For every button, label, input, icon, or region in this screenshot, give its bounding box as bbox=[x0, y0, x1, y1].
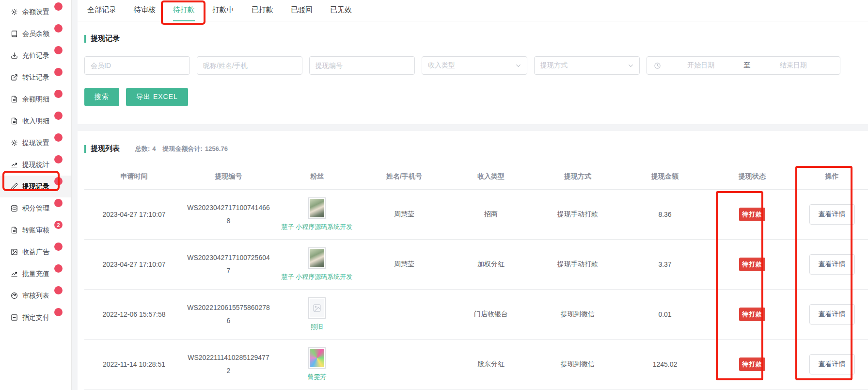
list-summary: 总数:4提现金额合计:1256.76 bbox=[135, 145, 235, 153]
view-details-button[interactable]: 查看详情 bbox=[809, 354, 855, 374]
fan-name-link[interactable]: 慧子 小程序源码系统开发 bbox=[282, 273, 353, 281]
total-count: 4 bbox=[152, 145, 156, 152]
fan-name-link[interactable]: 慧子 小程序源码系统开发 bbox=[282, 223, 353, 231]
name-phone-cell: 周慧莹 bbox=[361, 189, 448, 239]
sidebar-item-income-detail[interactable]: 收入明细 bbox=[0, 110, 71, 132]
sidebar-item-balance-settings[interactable]: 余额设置 bbox=[0, 1, 71, 23]
document-icon bbox=[10, 227, 18, 234]
table-row: 2022-12-06 15:57:58 WS202212061557586027… bbox=[84, 289, 868, 339]
fan-avatar[interactable] bbox=[308, 247, 326, 269]
withdraw-no-cell: WS20221206155758602786 bbox=[184, 289, 273, 339]
member-id-input[interactable] bbox=[84, 56, 190, 75]
sidebar-item-transfer-review[interactable]: 转账审核 2 bbox=[0, 219, 71, 241]
sidebar-item-balance-detail[interactable]: 余额明细 bbox=[0, 88, 71, 110]
sidebar-item-designated-payment[interactable]: 指定支付 bbox=[0, 307, 71, 328]
table-header-row: 申请时间 提现编号 粉丝 姓名/手机号 收入类型 提现方式 提现金额 提现状态 … bbox=[84, 164, 868, 189]
search-button[interactable]: 搜索 bbox=[84, 88, 119, 106]
list-header: 提现列表 总数:4提现金额合计:1256.76 bbox=[84, 144, 868, 153]
column-header-fan: 粉丝 bbox=[273, 164, 361, 189]
fan-name-link[interactable]: 照旧 bbox=[311, 323, 323, 331]
sidebar-item-points-management[interactable]: 积分管理 bbox=[0, 197, 71, 219]
tab-label: 已无效 bbox=[330, 5, 352, 14]
sidebar-item-batch-recharge[interactable]: 批量充值 bbox=[0, 263, 71, 285]
status-cell: 待打款 bbox=[709, 189, 796, 239]
income-type-select[interactable]: 收入类型 bbox=[422, 56, 527, 75]
chart-icon bbox=[10, 270, 18, 278]
sidebar-item-withdraw-settings[interactable]: 提现设置 bbox=[0, 132, 71, 154]
end-date-placeholder[interactable]: 结束日期 bbox=[754, 61, 834, 70]
search-panel: 提现记录 收入类型 提现方式 开始日期 至 结束日期 搜索 导出 EXCEL bbox=[78, 21, 868, 124]
sidebar-item-withdraw-stats[interactable]: 提现统计 bbox=[0, 154, 71, 176]
notification-badge bbox=[54, 46, 63, 54]
clock-icon bbox=[654, 62, 661, 69]
start-date-placeholder[interactable]: 开始日期 bbox=[661, 61, 741, 70]
sidebar-item-label: 提现记录 bbox=[22, 182, 49, 191]
tab-invalid[interactable]: 已无效 bbox=[328, 0, 354, 21]
sidebar-item-label: 提现设置 bbox=[22, 139, 49, 147]
tab-pending-payment[interactable]: 待打款 bbox=[171, 0, 197, 21]
dashboard-icon bbox=[10, 292, 18, 300]
withdraw-method-cell: 提现到微信 bbox=[534, 289, 621, 339]
view-details-button[interactable]: 查看详情 bbox=[809, 204, 855, 225]
notification-badge bbox=[54, 2, 63, 11]
notification-badge bbox=[54, 133, 63, 142]
amount-label: 提现金额合计: bbox=[163, 145, 203, 152]
fan-avatar[interactable] bbox=[308, 347, 326, 369]
tab-paying[interactable]: 打款中 bbox=[210, 0, 236, 21]
minus-square-icon bbox=[10, 314, 18, 322]
filter-row: 收入类型 提现方式 开始日期 至 结束日期 bbox=[84, 56, 856, 75]
nickname-name-phone-input[interactable] bbox=[197, 56, 302, 75]
status-cell: 待打款 bbox=[709, 289, 796, 339]
table-row: 2022-11-14 10:28:51 WS202211141028512947… bbox=[84, 339, 868, 389]
sidebar-item-label: 提现统计 bbox=[22, 161, 49, 169]
column-header-income-type: 收入类型 bbox=[448, 164, 534, 189]
external-link-icon bbox=[10, 74, 18, 81]
fan-avatar[interactable] bbox=[308, 297, 326, 319]
amount-cell: 1245.02 bbox=[621, 339, 709, 389]
sidebar-item-review-list[interactable]: 审核列表 bbox=[0, 285, 71, 307]
sidebar-item-label: 批量充值 bbox=[22, 270, 49, 278]
notification-badge bbox=[54, 243, 63, 251]
action-cell: 查看详情 bbox=[796, 239, 868, 289]
withdraw-method-cell: 提现手动打款 bbox=[534, 189, 621, 239]
sidebar-item-label: 收入明细 bbox=[22, 117, 49, 126]
fan-avatar[interactable] bbox=[308, 197, 326, 219]
tab-pending-review[interactable]: 待审核 bbox=[132, 0, 158, 21]
sidebar-item-label: 审核列表 bbox=[22, 292, 49, 300]
date-range-separator: 至 bbox=[741, 61, 754, 70]
sidebar-item-recharge-records[interactable]: 充值记录 bbox=[0, 45, 71, 66]
action-cell: 查看详情 bbox=[796, 189, 868, 239]
sidebar-item-revenue-ads[interactable]: 收益广告 bbox=[0, 241, 71, 263]
fan-cell: 曾雯芳 bbox=[273, 339, 361, 389]
export-excel-button[interactable]: 导出 EXCEL bbox=[126, 88, 188, 106]
tab-rejected[interactable]: 已驳回 bbox=[289, 0, 315, 21]
withdraw-method-select[interactable]: 提现方式 bbox=[534, 56, 640, 75]
view-details-button[interactable]: 查看详情 bbox=[809, 304, 855, 325]
withdraw-list-panel: 提现列表 总数:4提现金额合计:1256.76 申请时间 提现编号 粉丝 姓名/… bbox=[78, 131, 868, 390]
sidebar-item-member-balance[interactable]: 会员余额 bbox=[0, 23, 71, 45]
status-badge: 待打款 bbox=[739, 258, 765, 271]
tab-label: 全部记录 bbox=[87, 5, 116, 14]
fan-name-link[interactable]: 曾雯芳 bbox=[308, 373, 327, 381]
withdraw-method-cell: 提现手动打款 bbox=[534, 239, 621, 289]
sidebar-item-transfer-records[interactable]: 转让记录 bbox=[0, 66, 71, 88]
tab-paid[interactable]: 已打款 bbox=[250, 0, 275, 21]
notification-badge bbox=[54, 155, 63, 163]
fan-cell: 慧子 小程序源码系统开发 bbox=[273, 189, 361, 239]
income-type-cell: 门店收银台 bbox=[448, 289, 534, 339]
view-details-button[interactable]: 查看详情 bbox=[809, 254, 855, 275]
amount-cell: 3.37 bbox=[621, 239, 709, 289]
date-range-picker[interactable]: 开始日期 至 结束日期 bbox=[647, 56, 840, 75]
withdraw-no-input[interactable] bbox=[309, 56, 415, 75]
status-cell: 待打款 bbox=[709, 239, 796, 289]
column-header-withdraw-no: 提现编号 bbox=[184, 164, 273, 189]
sidebar-item-label: 充值记录 bbox=[22, 51, 49, 60]
name-phone-cell bbox=[361, 339, 448, 389]
status-badge: 待打款 bbox=[739, 208, 765, 221]
document-icon bbox=[10, 96, 18, 103]
status-cell: 待打款 bbox=[709, 339, 796, 389]
tab-all-records[interactable]: 全部记录 bbox=[85, 0, 118, 21]
amount-cell: 0.01 bbox=[621, 289, 709, 339]
sidebar-item-withdraw-records[interactable]: 提现记录 bbox=[0, 176, 71, 197]
main-content: 全部记录 待审核 待打款 打款中 已打款 已驳回 已无效 提现记录 收入类型 提… bbox=[78, 0, 868, 390]
